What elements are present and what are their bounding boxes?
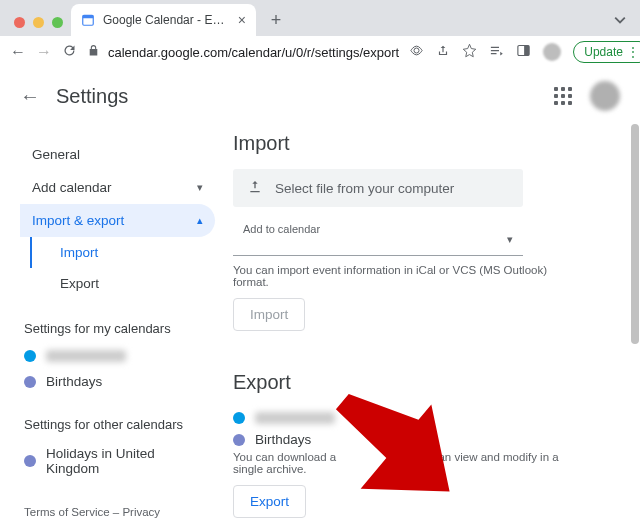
maximize-window-icon[interactable] <box>52 17 63 28</box>
lock-icon <box>87 44 100 60</box>
toolbar-right: Update ⋮ <box>409 41 640 63</box>
calendar-color-dot <box>233 412 245 424</box>
button-label: Export <box>250 494 289 509</box>
import-heading: Import <box>233 132 585 155</box>
upload-icon <box>247 179 263 198</box>
close-window-icon[interactable] <box>14 17 25 28</box>
kebab-icon: ⋮ <box>627 45 639 59</box>
button-label: Import <box>250 307 288 322</box>
export-hint: You can download a xxxxxxxx that you can… <box>233 451 585 475</box>
calendar-color-dot <box>233 434 245 446</box>
apps-grid-icon[interactable] <box>554 87 572 105</box>
calendar-name: Birthdays <box>255 432 311 447</box>
update-label: Update <box>584 45 623 59</box>
add-to-calendar-dropdown[interactable]: Add to calendar ▾ <box>233 217 523 256</box>
calendar-name: Birthdays <box>46 374 102 389</box>
back-button[interactable]: ← <box>10 43 26 61</box>
sidebar-item-import-export[interactable]: Import & export ▴ <box>20 204 215 237</box>
settings-sidebar: General Add calendar ▾ Import & export ▴… <box>20 124 215 518</box>
page-header: ← Settings <box>0 68 640 124</box>
file-select-button[interactable]: Select file from your computer <box>233 169 523 207</box>
import-button[interactable]: Import <box>233 298 305 331</box>
profile-avatar-icon[interactable] <box>543 43 561 61</box>
sidebar-item-label: Import & export <box>32 213 124 228</box>
update-button[interactable]: Update ⋮ <box>573 41 640 63</box>
import-hint: You can import event information in iCal… <box>233 264 585 288</box>
url-text: calendar.google.com/calendar/u/0/r/setti… <box>108 45 399 60</box>
export-calendar-primary <box>233 408 585 428</box>
svg-rect-3 <box>524 46 529 56</box>
sidebar-item-general[interactable]: General <box>20 138 215 171</box>
sidebar-subitem-export[interactable]: Export <box>30 268 215 299</box>
calendar-name-redacted <box>255 412 335 424</box>
sidebar-subitem-label: Import <box>60 245 98 260</box>
browser-tab[interactable]: Google Calendar - Export/impo × <box>71 4 256 36</box>
chevron-down-icon: ▾ <box>197 181 203 194</box>
sidebar-calendar-primary[interactable] <box>20 344 215 368</box>
browser-chrome: Google Calendar - Export/impo × + ← → ca… <box>0 0 640 68</box>
playlist-icon[interactable] <box>489 43 504 61</box>
account-avatar[interactable] <box>590 81 620 111</box>
sidebar-item-label: Add calendar <box>32 180 112 195</box>
export-heading: Export <box>233 371 585 394</box>
chevron-up-icon: ▴ <box>197 214 203 227</box>
tab-strip: Google Calendar - Export/impo × + <box>0 0 640 36</box>
sidebar-heading-my-calendars: Settings for my calendars <box>20 321 215 344</box>
svg-rect-1 <box>83 15 94 18</box>
chevron-down-icon[interactable] <box>614 12 626 30</box>
file-select-label: Select file from your computer <box>275 181 454 196</box>
url-box[interactable]: calendar.google.com/calendar/u/0/r/setti… <box>87 44 399 60</box>
eye-icon[interactable] <box>409 43 424 61</box>
calendar-color-dot <box>24 350 36 362</box>
sidebar-subitem-label: Export <box>60 276 99 291</box>
calendar-color-dot <box>24 455 36 467</box>
page: ← Settings General Add calendar ▾ Import… <box>0 68 640 530</box>
sidebar-calendar-birthdays[interactable]: Birthdays <box>20 368 215 395</box>
export-button[interactable]: Export <box>233 485 306 518</box>
main-panel: Import Select file from your computer Ad… <box>215 124 585 518</box>
back-arrow-icon[interactable]: ← <box>20 85 40 108</box>
reload-button[interactable] <box>62 43 77 62</box>
sidebar-subitem-import[interactable]: Import <box>30 237 215 268</box>
page-title: Settings <box>56 85 128 108</box>
dropdown-label: Add to calendar <box>243 223 513 235</box>
scrollbar[interactable] <box>630 68 640 530</box>
address-bar: ← → calendar.google.com/calendar/u/0/r/s… <box>0 36 640 68</box>
forward-button[interactable]: → <box>36 43 52 61</box>
star-icon[interactable] <box>462 43 477 61</box>
sidebar-item-label: General <box>32 147 80 162</box>
calendar-name: Holidays in United Kingdom <box>46 446 211 476</box>
tab-title: Google Calendar - Export/impo <box>103 13 230 27</box>
calendar-name-redacted <box>46 350 126 362</box>
calendar-color-dot <box>24 376 36 388</box>
share-icon[interactable] <box>436 44 450 61</box>
sidebar-calendar-holidays[interactable]: Holidays in United Kingdom <box>20 440 215 482</box>
minimize-window-icon[interactable] <box>33 17 44 28</box>
export-calendar-birthdays: Birthdays <box>233 428 585 451</box>
tab-close-icon[interactable]: × <box>238 12 246 28</box>
caret-down-icon: ▾ <box>507 233 513 246</box>
scrollbar-thumb[interactable] <box>631 124 639 344</box>
window-controls <box>10 17 71 36</box>
sidebar-item-add-calendar[interactable]: Add calendar ▾ <box>20 171 215 204</box>
new-tab-button[interactable]: + <box>262 6 290 34</box>
footer-links[interactable]: Terms of Service – Privacy <box>20 506 215 518</box>
calendar-favicon-icon <box>81 13 95 27</box>
sidebar-heading-other-calendars: Settings for other calendars <box>20 417 215 440</box>
panel-icon[interactable] <box>516 43 531 61</box>
